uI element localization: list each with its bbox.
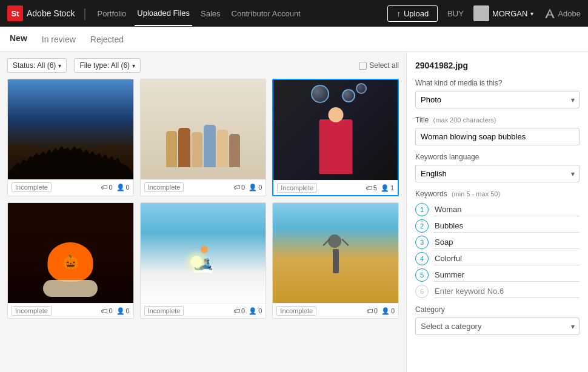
image-footer: Incomplete 🏷0 👤0 — [8, 179, 133, 194]
chevron-down-icon: ▾ — [530, 10, 533, 17]
status-chevron-icon: ▾ — [58, 62, 61, 69]
image-card[interactable]: Incomplete 🏷0 👤0 — [272, 202, 399, 319]
keyword-input-3[interactable] — [433, 236, 580, 249]
image-thumb-bubble-woman — [273, 80, 398, 180]
user-area[interactable]: MORGAN ▾ — [473, 5, 534, 21]
keywords-language-select[interactable]: English French German Spanish — [415, 165, 580, 182]
nav-portfolio[interactable]: Portfolio — [95, 9, 129, 18]
left-panel: Status: All (6) ▾ File type: All (6) ▾ S… — [0, 52, 406, 372]
upload-button[interactable]: ↑ Upload — [387, 5, 438, 22]
people-count: 👤0 — [249, 307, 262, 315]
people-count: 👤1 — [381, 184, 394, 192]
keyword-num-4: 4 — [415, 252, 429, 265]
people-count: 👤0 — [381, 307, 395, 315]
adobe-label: Adobe — [558, 9, 581, 18]
media-type-select[interactable]: Photo Video Illustration — [415, 91, 580, 108]
keyword-input-4[interactable] — [433, 252, 580, 265]
keyword-num-5: 5 — [415, 268, 429, 282]
incomplete-badge: Incomplete — [12, 306, 52, 316]
keyword-item: 4 — [415, 252, 580, 265]
keyword-count: 🏷0 — [233, 184, 245, 191]
category-select[interactable]: Select a category Animals Buildings Busi… — [415, 317, 580, 335]
image-footer: Incomplete 🏷5 👤1 — [273, 180, 398, 195]
incomplete-badge: Incomplete — [144, 306, 184, 316]
right-panel: 29041982.jpg What kind of media is this?… — [406, 52, 588, 372]
panel-filename: 29041982.jpg — [415, 61, 580, 70]
image-card[interactable]: 🎃 Incomplete 🏷0 👤0 — [7, 202, 134, 319]
status-filter-label: Status: All (6) — [13, 61, 56, 70]
media-type-select-wrapper: Photo Video Illustration ▾ — [415, 91, 580, 108]
checkbox-icon — [359, 62, 367, 70]
image-thumb-skier: 🎿 — [141, 203, 266, 303]
title-input[interactable] — [415, 128, 580, 145]
nav-divider: | — [83, 7, 86, 21]
people-count: 👤0 — [116, 307, 130, 315]
image-footer: Incomplete 🏷0 👤0 — [141, 179, 266, 194]
filters-bar: Status: All (6) ▾ File type: All (6) ▾ S… — [7, 58, 399, 73]
logo-area: St Adobe Stock — [7, 5, 75, 21]
select-all-button[interactable]: Select all — [359, 61, 399, 70]
image-card[interactable]: Incomplete 🏷0 👤0 — [140, 79, 267, 196]
people-count: 👤0 — [116, 184, 130, 191]
keywords-language-label: Keywords language — [415, 153, 580, 161]
keywords-label: Keywords — [415, 190, 447, 198]
status-filter[interactable]: Status: All (6) ▾ — [7, 58, 67, 73]
logo-box: St — [7, 5, 23, 21]
keyword-input-6[interactable] — [433, 285, 580, 298]
keyword-item: 6 — [415, 285, 580, 298]
upload-icon: ↑ — [396, 9, 401, 18]
nav-sales[interactable]: Sales — [198, 9, 223, 18]
avatar — [473, 5, 489, 21]
keyword-input-2[interactable] — [433, 219, 580, 233]
tab-new[interactable]: New — [10, 25, 27, 53]
image-card[interactable]: 🎿 Incomplete 🏷0 👤0 — [140, 202, 267, 319]
category-select-wrapper: Select a category Animals Buildings Busi… — [415, 317, 580, 335]
keyword-input-1[interactable] — [433, 203, 580, 216]
keyword-num-1: 1 — [415, 203, 429, 216]
tag-icon: 🏷 — [101, 184, 107, 191]
nav-contributor-account[interactable]: Contributor Account — [229, 9, 303, 18]
adobe-icon — [544, 8, 555, 19]
keywords-range: (min 5 - max 50) — [452, 190, 500, 198]
image-card-selected[interactable]: Incomplete 🏷5 👤1 — [272, 79, 399, 196]
keyword-count: 🏷0 — [101, 307, 112, 314]
adobe-logo-area: Adobe — [544, 8, 581, 19]
buy-link[interactable]: BUY — [447, 9, 464, 18]
keyword-count: 🏷0 — [233, 307, 245, 314]
title-label: Title (max 200 characters) — [415, 116, 580, 124]
person-icon: 👤 — [116, 184, 125, 191]
keyword-num-2: 2 — [415, 219, 429, 233]
keyword-num-3: 3 — [415, 236, 429, 249]
keyword-item: 1 — [415, 203, 580, 216]
image-thumb-silhouette — [8, 79, 133, 179]
footer-stats: 🏷0 👤0 — [233, 307, 262, 315]
select-all-label: Select all — [369, 61, 399, 70]
keyword-item: 5 — [415, 268, 580, 282]
incomplete-badge: Incomplete — [12, 182, 52, 192]
image-thumb-pumpkin: 🎃 — [8, 203, 133, 303]
keywords-language-select-wrapper: English French German Spanish ▾ — [415, 165, 580, 182]
tab-in-review[interactable]: In review — [42, 27, 76, 52]
sub-nav: New In review Rejected — [0, 27, 588, 52]
keyword-item: 3 — [415, 236, 580, 249]
image-footer: Incomplete 🏷0 👤0 — [273, 303, 398, 318]
image-thumb-wheat — [273, 203, 398, 303]
nav-uploaded-files[interactable]: Uploaded Files — [135, 1, 192, 26]
incomplete-badge: Incomplete — [277, 183, 317, 193]
top-nav: St Adobe Stock | Portfolio Uploaded File… — [0, 0, 588, 27]
filetype-filter-label: File type: All (6) — [79, 61, 130, 70]
user-name: MORGAN — [492, 9, 528, 18]
image-footer: Incomplete 🏷0 👤0 — [8, 303, 133, 318]
people-count: 👤0 — [249, 184, 262, 191]
filetype-filter[interactable]: File type: All (6) ▾ — [74, 58, 141, 73]
image-card[interactable]: Incomplete 🏷0 👤0 — [7, 79, 134, 196]
keyword-list: 1 2 3 4 5 — [415, 203, 580, 298]
title-label-text: Title — [415, 116, 429, 124]
image-thumb-group — [141, 79, 266, 179]
keyword-input-5[interactable] — [433, 268, 580, 282]
tab-rejected[interactable]: Rejected — [90, 27, 124, 52]
upload-label: Upload — [404, 9, 429, 18]
keyword-count: 🏷0 — [101, 184, 112, 191]
keyword-count: 🏷0 — [366, 307, 378, 314]
filetype-chevron-icon: ▾ — [132, 62, 135, 69]
